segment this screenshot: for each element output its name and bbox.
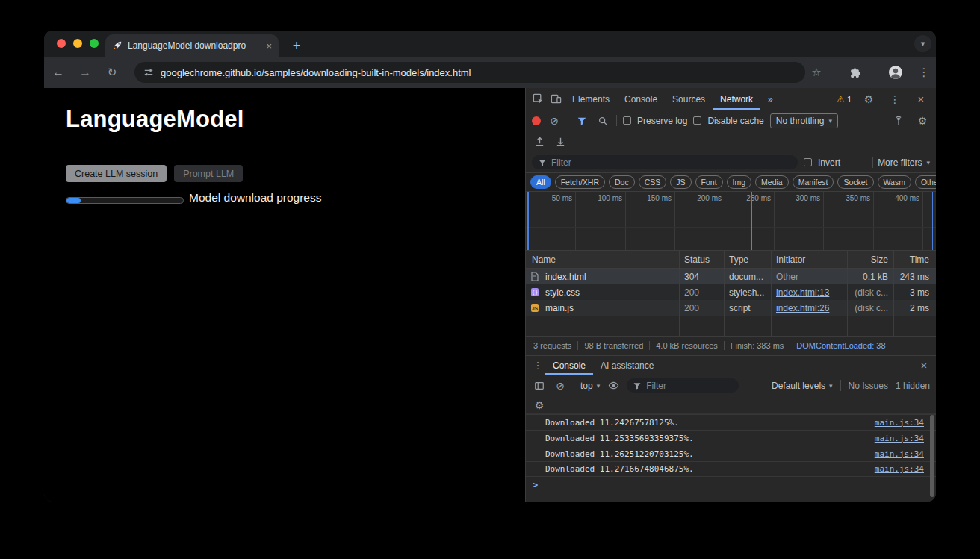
- fullscreen-window-button[interactable]: [90, 39, 99, 48]
- table-row[interactable]: JS main.js 200 script index.html:26 (dis…: [526, 300, 936, 316]
- message-source-link[interactable]: main.js:34: [875, 434, 924, 443]
- devtools-close-icon[interactable]: ×: [914, 92, 928, 107]
- tab-search-button[interactable]: ▾: [914, 35, 931, 52]
- browser-tab[interactable]: LanguageModel downloadpro ×: [105, 34, 279, 57]
- column-status[interactable]: Status: [680, 251, 722, 268]
- invert-checkbox[interactable]: [804, 158, 812, 166]
- chip-css[interactable]: CSS: [639, 175, 667, 189]
- chip-js[interactable]: JS: [670, 175, 691, 189]
- console-settings-gear-icon[interactable]: ⚙: [532, 398, 547, 413]
- live-expression-eye-icon[interactable]: [606, 378, 621, 393]
- network-settings-gear-icon[interactable]: ⚙: [915, 113, 930, 128]
- request-type: script: [725, 300, 769, 316]
- search-icon[interactable]: [595, 113, 610, 128]
- minimize-window-button[interactable]: [73, 39, 82, 48]
- column-name[interactable]: Name: [529, 251, 677, 268]
- request-name: index.html: [529, 269, 677, 284]
- har-import-up-arrow-icon[interactable]: [532, 134, 547, 149]
- new-tab-button[interactable]: +: [288, 37, 306, 54]
- network-toolbar: ⊘ Preserve log Disable cache: [526, 110, 936, 131]
- chip-socket[interactable]: Socket: [837, 175, 873, 189]
- filter-funnel-icon-active[interactable]: [574, 113, 589, 128]
- summary-domcontentloaded: DOMContentLoaded: 38: [790, 341, 885, 350]
- site-settings-tune-icon[interactable]: [143, 67, 154, 78]
- clear-console-icon[interactable]: ⊘: [553, 378, 568, 393]
- tab-sources[interactable]: Sources: [665, 88, 713, 110]
- reload-button[interactable]: ↻: [103, 63, 121, 81]
- timeline-lane-divider: [526, 227, 936, 228]
- network-timeline-overview[interactable]: 50 ms 100 ms 150 ms 200 ms 250 ms 300 ms…: [526, 192, 936, 251]
- chip-media[interactable]: Media: [755, 175, 789, 189]
- network-filter-input[interactable]: [551, 157, 792, 168]
- browser-menu-icon[interactable]: ⋮: [915, 63, 933, 81]
- log-levels-select[interactable]: Default levels ▾: [772, 381, 833, 391]
- bookmark-star-icon[interactable]: ☆: [807, 63, 825, 81]
- issues-link[interactable]: No Issues: [849, 381, 888, 391]
- column-type[interactable]: Type: [725, 251, 769, 268]
- column-initiator[interactable]: Initiator: [772, 251, 846, 268]
- console-filter-input[interactable]: [646, 381, 733, 391]
- filter-funnel-icon: [538, 158, 547, 167]
- throttling-select[interactable]: No throttling ▾: [770, 113, 838, 128]
- back-button[interactable]: ←: [49, 63, 67, 81]
- request-initiator-link[interactable]: index.html:13: [772, 284, 846, 300]
- disable-cache-checkbox[interactable]: [693, 116, 701, 125]
- issues-warning-badge[interactable]: ⚠ 1: [837, 94, 852, 104]
- tab-console[interactable]: Console: [617, 88, 665, 110]
- devtools-settings-gear-icon[interactable]: ⚙: [861, 92, 876, 107]
- hidden-messages-link[interactable]: 1 hidden: [896, 381, 930, 391]
- more-filters-button[interactable]: More filters ▾: [872, 157, 930, 168]
- console-scrollbar-thumb[interactable]: [930, 415, 934, 497]
- chip-img[interactable]: Img: [727, 175, 752, 189]
- chip-manifest[interactable]: Manifest: [793, 175, 834, 189]
- table-row[interactable]: index.html 304 docum... Other 0.1 kB 243…: [526, 269, 936, 284]
- column-size[interactable]: Size: [848, 251, 891, 268]
- device-toolbar-icon[interactable]: [548, 92, 563, 107]
- divider: [872, 157, 873, 168]
- column-time[interactable]: Time: [894, 251, 934, 268]
- message-source-link[interactable]: main.js:34: [875, 449, 924, 459]
- console-sidebar-icon[interactable]: [532, 378, 547, 393]
- tab-elements[interactable]: Elements: [565, 88, 617, 110]
- console-prompt[interactable]: >: [526, 477, 936, 493]
- drawer-menu-icon[interactable]: ⋮: [530, 358, 545, 373]
- close-window-button[interactable]: [57, 39, 66, 48]
- url-input[interactable]: [161, 67, 796, 78]
- request-time: 2 ms: [894, 300, 934, 316]
- clear-network-log-icon[interactable]: ⊘: [547, 113, 562, 128]
- more-tabs-icon[interactable]: »: [760, 88, 781, 110]
- invert-label[interactable]: Invert: [818, 157, 840, 168]
- drawer-close-icon[interactable]: ×: [917, 358, 931, 373]
- chip-wasm[interactable]: Wasm: [878, 175, 911, 189]
- tab-close-icon[interactable]: ×: [266, 41, 272, 51]
- inspect-element-icon[interactable]: [530, 92, 545, 107]
- chip-fetch-xhr[interactable]: Fetch/XHR: [555, 175, 605, 189]
- message-source-link[interactable]: main.js:34: [875, 464, 924, 474]
- create-llm-session-button[interactable]: Create LLM session: [66, 165, 167, 182]
- message-source-link[interactable]: main.js:34: [875, 418, 924, 428]
- timeline-load-marker: [928, 192, 928, 250]
- profile-avatar-icon[interactable]: [887, 63, 905, 81]
- drawer-tab-console[interactable]: Console: [545, 356, 593, 375]
- omnibox[interactable]: [134, 62, 805, 83]
- chip-font[interactable]: Font: [695, 175, 723, 189]
- forward-button[interactable]: →: [76, 63, 94, 81]
- request-initiator-link[interactable]: index.html:26: [772, 300, 846, 316]
- disable-cache-label[interactable]: Disable cache: [707, 116, 763, 126]
- drawer-tab-ai-assistance[interactable]: AI assistance: [593, 356, 661, 375]
- execution-context-select[interactable]: top ▾: [580, 381, 600, 391]
- extensions-puzzle-icon[interactable]: [846, 63, 863, 81]
- table-row[interactable]: {} style.css 200 stylesh... index.html:1…: [526, 284, 936, 300]
- request-status: 200: [680, 284, 722, 300]
- chip-other[interactable]: Other: [915, 175, 936, 189]
- message-text: Downloaded 11.25335693359375%.: [545, 434, 694, 443]
- network-conditions-icon[interactable]: [891, 113, 906, 128]
- record-network-log-button[interactable]: [532, 116, 541, 125]
- preserve-log-label[interactable]: Preserve log: [637, 116, 687, 126]
- har-export-down-arrow-icon[interactable]: [553, 134, 568, 149]
- preserve-log-checkbox[interactable]: [623, 116, 631, 125]
- devtools-menu-icon[interactable]: ⋮: [887, 92, 902, 107]
- tab-network[interactable]: Network: [713, 88, 760, 110]
- chip-all[interactable]: All: [530, 175, 551, 189]
- chip-doc[interactable]: Doc: [609, 175, 635, 189]
